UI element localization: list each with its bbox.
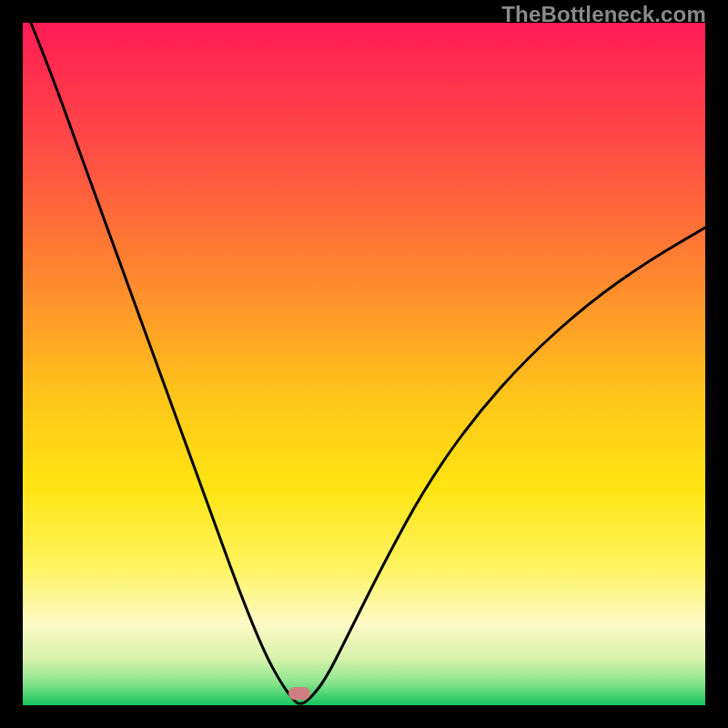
plot-area bbox=[23, 23, 705, 705]
watermark-text: TheBottleneck.com bbox=[501, 2, 706, 27]
chart-frame: TheBottleneck.com bbox=[0, 0, 728, 728]
bottleneck-curve bbox=[23, 23, 705, 705]
optimal-marker bbox=[288, 687, 310, 700]
